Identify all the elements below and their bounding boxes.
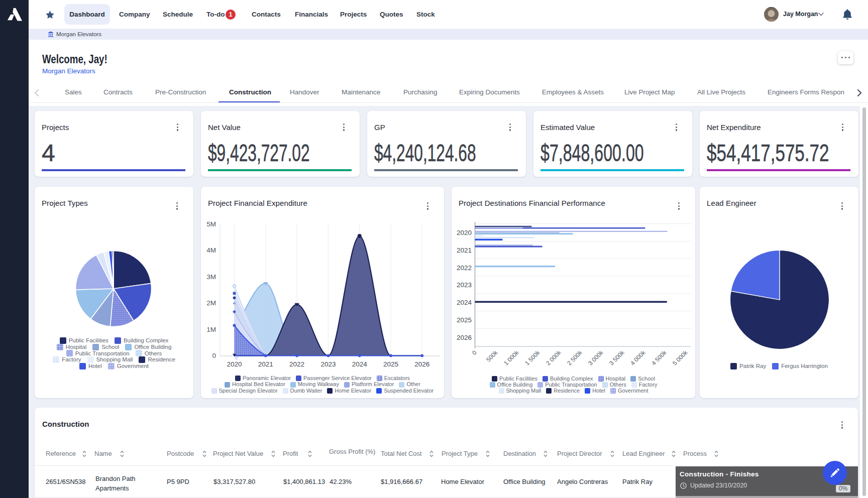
svg-text:1M: 1M [206, 326, 216, 333]
svg-text:2023: 2023 [320, 360, 336, 368]
svg-text:2022: 2022 [457, 264, 472, 272]
svg-text:2021: 2021 [457, 246, 472, 254]
svg-text:4 500k: 4 500k [650, 349, 668, 367]
svg-text:0: 0 [471, 349, 478, 356]
svg-text:0: 0 [212, 352, 216, 359]
svg-text:2025: 2025 [383, 360, 398, 368]
svg-text:3 000k: 3 000k [587, 349, 605, 367]
svg-text:2021: 2021 [258, 360, 273, 368]
svg-text:2 500k: 2 500k [566, 349, 584, 367]
svg-text:2025: 2025 [457, 316, 472, 324]
svg-text:2026: 2026 [457, 334, 472, 341]
svg-text:2 000k: 2 000k [545, 349, 563, 367]
svg-text:5M: 5M [206, 220, 216, 228]
svg-text:2020: 2020 [227, 360, 242, 368]
svg-text:500k: 500k [485, 349, 499, 363]
svg-text:1 000k: 1 000k [502, 349, 520, 367]
svg-text:2022: 2022 [289, 360, 304, 368]
svg-text:5 000k: 5 000k [671, 349, 689, 367]
svg-text:2024: 2024 [352, 360, 368, 368]
svg-text:4M: 4M [206, 246, 216, 254]
svg-text:3 500k: 3 500k [608, 349, 626, 367]
svg-text:2026: 2026 [414, 360, 429, 368]
svg-text:1 500k: 1 500k [523, 349, 541, 367]
svg-text:3M: 3M [206, 273, 216, 281]
svg-text:4 000k: 4 000k [629, 349, 647, 367]
svg-text:2M: 2M [206, 299, 216, 307]
svg-text:2023: 2023 [457, 281, 472, 289]
svg-text:2024: 2024 [457, 299, 472, 306]
svg-text:2020: 2020 [457, 229, 472, 236]
